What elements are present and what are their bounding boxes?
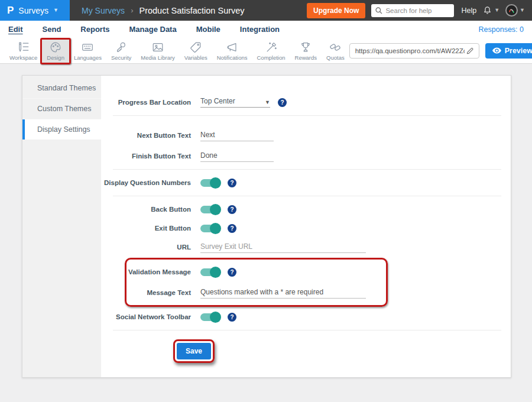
help-link[interactable]: Help — [461, 7, 476, 15]
progress-bar-location-select[interactable]: Top Center ▼ — [200, 97, 270, 108]
eye-icon — [492, 47, 501, 54]
design-palette-icon — [49, 41, 62, 54]
image-icon — [151, 41, 164, 54]
key-icon — [115, 41, 128, 54]
toolbar-item-rewards[interactable]: Rewards — [290, 38, 322, 63]
toolbar-item-workspace[interactable]: Workspace — [5, 38, 42, 63]
themes-sidebar: Standard Themes Custom Themes Display Se… — [22, 76, 101, 377]
edit-url-button[interactable] — [465, 47, 475, 55]
toolbar-item-completion[interactable]: Completion — [252, 38, 290, 63]
search-input[interactable] — [371, 4, 454, 17]
wand-icon — [265, 41, 278, 54]
toolbar-item-design[interactable]: Design — [42, 38, 69, 63]
display-question-numbers-label: Display Question Numbers — [101, 179, 191, 186]
divider — [113, 196, 501, 196]
survey-nav: Edit Send Reports Manage Data Mobile Int… — [0, 21, 532, 38]
chevron-down-icon: ▼ — [53, 8, 59, 13]
message-text-input[interactable] — [200, 287, 366, 299]
breadcrumb-my-surveys[interactable]: My Surveys — [82, 6, 125, 15]
help-icon[interactable] — [228, 205, 236, 214]
nav-tab-mobile[interactable]: Mobile — [196, 25, 220, 34]
workspace-icon — [17, 41, 30, 54]
nav-tab-manage-data[interactable]: Manage Data — [129, 25, 176, 34]
social-network-toolbar-row: Social Network Toolbar — [101, 309, 501, 325]
next-button-text-label: Next Button Text — [101, 132, 191, 139]
toolbar-right: https://qa.questionpro.com/t/AW22Zcq2J P… — [349, 43, 532, 59]
finish-button-text-label: Finish Button Text — [101, 153, 191, 160]
help-search — [371, 4, 454, 17]
chain-link-icon — [329, 41, 342, 54]
sidebar-item-standard-themes[interactable]: Standard Themes — [22, 78, 101, 99]
toolbar-item-security[interactable]: Security — [106, 38, 136, 63]
social-network-toolbar-toggle[interactable] — [200, 313, 220, 321]
divider — [113, 330, 501, 330]
questionpro-logo: P — [7, 5, 14, 15]
next-button-text-input[interactable] — [200, 129, 274, 141]
sidebar-item-display-settings[interactable]: Display Settings — [22, 119, 101, 140]
exit-button-label: Exit Button — [101, 225, 191, 232]
chevron-down-icon: ▼ — [265, 100, 270, 105]
annotation-box-validation: Validation Message Message Text — [125, 258, 388, 307]
progress-bar-location-label: Progress Bar Location — [101, 99, 191, 106]
survey-url-field: https://qa.questionpro.com/t/AW22Zcq2J — [349, 43, 479, 59]
help-icon[interactable] — [228, 224, 236, 233]
keyboard-icon — [81, 41, 94, 54]
display-settings-form: Progress Bar Location Top Center ▼ Next … — [101, 76, 511, 377]
exit-button-row: Exit Button — [101, 221, 501, 236]
pencil-icon — [466, 47, 474, 55]
validation-message-row: Validation Message — [126, 264, 386, 280]
avatar — [505, 4, 518, 17]
validation-message-toggle[interactable] — [200, 268, 220, 276]
bell-icon — [482, 5, 492, 15]
survey-url-text[interactable]: https://qa.questionpro.com/t/AW22Zcq2J — [355, 47, 465, 54]
account-menu[interactable]: ▼ — [505, 4, 525, 17]
toolbar-item-languages[interactable]: Languages — [69, 38, 106, 63]
nav-tab-integration[interactable]: Integration — [240, 25, 280, 34]
display-question-numbers-toggle[interactable] — [200, 179, 220, 187]
back-button-toggle[interactable] — [200, 206, 220, 213]
toolbar-item-media-library[interactable]: Media Library — [136, 38, 180, 63]
help-icon[interactable] — [228, 268, 236, 277]
nav-tab-send[interactable]: Send — [43, 25, 61, 34]
toolbar-item-variables[interactable]: Variables — [180, 38, 212, 63]
toolbar-item-notifications[interactable]: Notifications — [212, 38, 252, 63]
app-menu-surveys[interactable]: P Surveys ▼ — [0, 0, 70, 21]
exit-button-toggle[interactable] — [200, 225, 220, 232]
back-button-label: Back Button — [101, 206, 191, 213]
breadcrumb-separator-icon: › — [131, 6, 133, 15]
save-button[interactable]: Save — [177, 343, 211, 359]
megaphone-icon — [226, 41, 239, 54]
toolbar-item-quotas[interactable]: Quotas — [322, 38, 349, 63]
nav-tab-reports[interactable]: Reports — [80, 25, 109, 34]
sidebar-item-custom-themes[interactable]: Custom Themes — [22, 99, 101, 119]
preview-button[interactable]: Preview — [485, 43, 532, 59]
help-icon[interactable] — [228, 313, 236, 322]
design-settings-panel: Standard Themes Custom Themes Display Se… — [22, 75, 511, 378]
top-header: P Surveys ▼ My Surveys › Product Satisfa… — [0, 0, 532, 21]
exit-url-row: URL — [101, 239, 501, 255]
help-icon[interactable] — [278, 98, 287, 107]
app-menu-label: Surveys — [18, 6, 48, 15]
social-network-toolbar-label: Social Network Toolbar — [101, 313, 191, 320]
help-icon[interactable] — [228, 179, 236, 187]
finish-button-text-input[interactable] — [200, 150, 274, 162]
survey-exit-url-input[interactable] — [200, 241, 366, 253]
edit-toolbar: Workspace Design Languages Security Medi… — [0, 38, 532, 64]
display-question-numbers-row: Display Question Numbers — [101, 175, 501, 190]
page-title: Product Satisfaction Survey — [139, 6, 244, 15]
header-actions: Upgrade Now Help ▼ ▼ — [307, 3, 532, 18]
tag-icon — [189, 41, 202, 54]
finish-button-text-row: Finish Button Text — [101, 148, 501, 164]
notifications-menu[interactable]: ▼ — [482, 5, 499, 15]
nav-tab-edit[interactable]: Edit — [8, 25, 23, 34]
breadcrumb: My Surveys › Product Satisfaction Survey — [70, 6, 307, 15]
upgrade-now-button[interactable]: Upgrade Now — [307, 3, 365, 18]
message-text-label: Message Text — [126, 289, 191, 296]
search-icon — [375, 7, 383, 17]
validation-message-label: Validation Message — [126, 268, 191, 275]
divider — [113, 169, 501, 170]
next-button-text-row: Next Button Text — [101, 128, 501, 143]
chevron-down-icon: ▼ — [520, 8, 525, 13]
responses-count[interactable]: Responses: 0 — [479, 25, 524, 34]
annotation-box-save: Save — [173, 339, 215, 363]
